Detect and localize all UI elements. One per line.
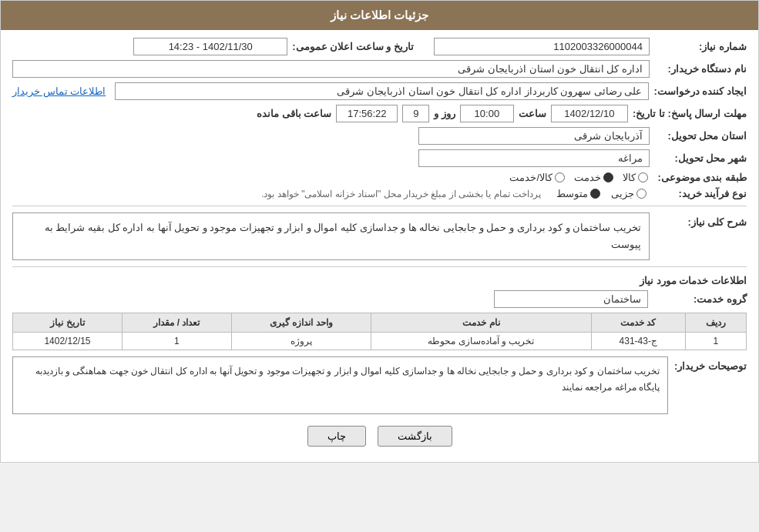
process-radio-group: جزیی متوسط: [556, 188, 646, 199]
deadline-days: 9: [402, 105, 429, 122]
process-jozyi-item: جزیی: [611, 188, 646, 199]
print-button[interactable]: چاپ: [307, 426, 366, 447]
creator-row: ایجاد کننده درخواست: علی رضائی سهرون کار…: [12, 82, 747, 100]
buyer-desc-row: توصیحات خریدار: تخریب ساختمان و کود بردا…: [12, 356, 747, 414]
table-cell: 1402/12/15: [13, 333, 123, 350]
niyaz-number-value: 1102003326000044: [434, 38, 650, 55]
table-cell: 1: [122, 333, 231, 350]
description-label: شرح کلی نیاز:: [654, 212, 747, 228]
creator-label: ایجاد کننده درخواست:: [653, 85, 747, 97]
category-khadamat-item: خدمت: [574, 172, 613, 183]
table-cell: 1: [685, 333, 746, 350]
process-motevaset-item: متوسط: [556, 188, 600, 199]
table-cell: ج-43-431: [591, 333, 685, 350]
province-row: استان محل تحویل: آذربایجان شرقی: [12, 127, 747, 145]
category-kala-khadamat-radio[interactable]: [555, 172, 565, 182]
col-header-radif: ردیف: [685, 313, 746, 333]
deadline-time: 10:00: [460, 105, 514, 122]
category-kala-radio[interactable]: [638, 172, 648, 182]
deadline-day-label: روز و: [434, 108, 455, 119]
darkhast-value: اداره کل انتقال خون استان اذربایجان شرقی: [12, 60, 650, 78]
process-label: نوع فرآیند خرید:: [654, 188, 747, 199]
footer-buttons: بازگشت چاپ: [12, 426, 747, 447]
category-kala-khadamat-item: کالا/خدمت: [509, 172, 565, 183]
category-khadamat-label: خدمت: [574, 172, 601, 183]
process-jozyi-label: جزیی: [611, 188, 634, 199]
province-label: استان محل تحویل:: [654, 130, 747, 142]
city-row: شهر محل تحویل: مراغه: [12, 149, 747, 167]
services-table: ردیف کد خدمت نام خدمت واحد اندازه گیری ت…: [12, 313, 747, 350]
process-payment-text: پرداخت تمام یا بخشی از مبلغ خریدار محل "…: [261, 189, 541, 199]
creator-value: علی رضائی سهرون کاربرداز اداره کل انتقال…: [115, 82, 649, 100]
category-row: طبقه بندی موضوعی: کالا خدمت کالا/خدمت: [12, 172, 747, 183]
description-value: تخریب ساختمان و کود برداری و حمل و جابجا…: [12, 212, 650, 260]
content-area: شماره نیاز: 1102003326000044 تاریخ و ساع…: [1, 30, 758, 462]
table-cell: تخریب و آماده‌سازی محوطه: [371, 333, 591, 350]
buyer-desc-label: توصیحات خریدار:: [674, 356, 747, 372]
col-header-date: تاریخ نیاز: [13, 313, 123, 333]
date-value: 1402/11/30 - 14:23: [133, 38, 287, 55]
col-header-code: کد خدمت: [591, 313, 685, 333]
col-header-qty: تعداد / مقدار: [122, 313, 231, 333]
deadline-time-label: ساعت: [519, 108, 546, 119]
page-container: جزئیات اطلاعات نیاز شماره نیاز: 11020033…: [0, 0, 759, 463]
deadline-remaining: 17:56:22: [336, 105, 398, 122]
creator-link[interactable]: اطلاعات تماس خریدار: [12, 85, 106, 97]
deadline-remaining-label: ساعت باقی مانده: [257, 108, 331, 119]
category-kala-khadamat-label: کالا/خدمت: [509, 172, 552, 183]
category-khadamat-radio[interactable]: [603, 172, 613, 182]
table-row: 1ج-43-431تخریب و آماده‌سازی محوطهپروژه11…: [13, 333, 747, 350]
services-section: اطلاعات خدمات مورد نیاز گروه خدمت: ساختم…: [12, 275, 747, 350]
deadline-label: مهلت ارسال پاسخ: تا تاریخ:: [633, 108, 747, 119]
group-value: ساختمان: [494, 290, 648, 308]
category-kala-label: کالا: [623, 172, 636, 183]
services-header: اطلاعات خدمات مورد نیاز: [12, 275, 747, 286]
description-row: شرح کلی نیاز: تخریب ساختمان و کود برداری…: [12, 212, 747, 260]
group-row: گروه خدمت: ساختمان: [12, 290, 747, 308]
back-button[interactable]: بازگشت: [378, 426, 452, 447]
page-header: جزئیات اطلاعات نیاز: [1, 1, 758, 30]
city-value: مراغه: [418, 149, 650, 167]
process-row: نوع فرآیند خرید: جزیی متوسط پرداخت تمام …: [12, 188, 747, 199]
group-label: گروه خدمت:: [654, 293, 747, 305]
darkhast-row: نام دستگاه خریدار: اداره کل انتقال خون ا…: [12, 60, 747, 78]
niyaz-number-label: شماره نیاز:: [654, 41, 747, 52]
table-cell: پروژه: [231, 333, 371, 350]
category-label: طبقه بندی موضوعی:: [654, 172, 747, 183]
category-radio-group: کالا خدمت کالا/خدمت: [509, 172, 648, 183]
process-motevaset-label: متوسط: [556, 188, 588, 199]
process-jozyi-radio[interactable]: [636, 189, 646, 199]
date-label: تاریخ و ساعت اعلان عمومی:: [292, 41, 414, 52]
niyaz-number-row: شماره نیاز: 1102003326000044 تاریخ و ساع…: [12, 38, 747, 55]
separator-2: [12, 266, 747, 267]
col-header-name: نام خدمت: [371, 313, 591, 333]
darkhast-label: نام دستگاه خریدار:: [654, 63, 747, 75]
process-motevaset-radio[interactable]: [590, 189, 600, 199]
city-label: شهر محل تحویل:: [654, 152, 747, 164]
deadline-row: مهلت ارسال پاسخ: تا تاریخ: 1402/12/10 سا…: [12, 105, 747, 122]
deadline-date: 1402/12/10: [551, 105, 628, 122]
separator-1: [12, 206, 747, 206]
col-header-unit: واحد اندازه گیری: [231, 313, 371, 333]
province-value: آذربایجان شرقی: [418, 127, 650, 145]
buyer-desc-box: تخریب ساختمان و کود برداری و حمل و جابجا…: [12, 356, 668, 414]
page-title: جزئیات اطلاعات نیاز: [331, 8, 428, 22]
category-kala-item: کالا: [623, 172, 648, 183]
